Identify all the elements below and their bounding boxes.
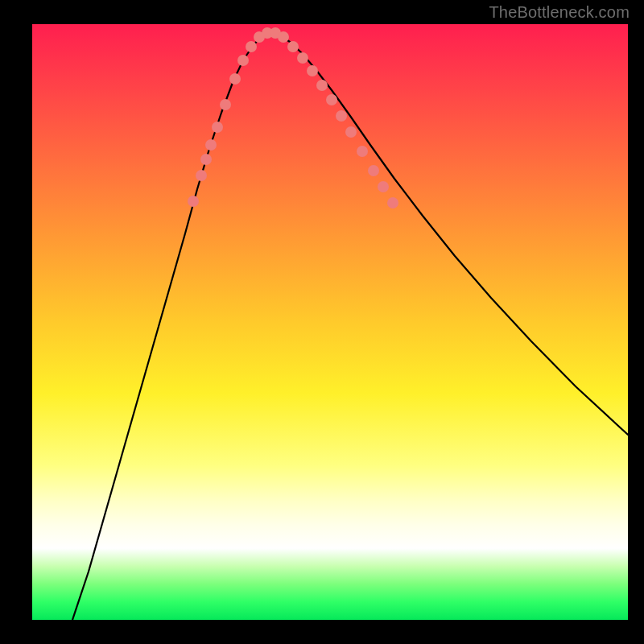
- marker-dot: [357, 146, 368, 157]
- marker-dot: [316, 80, 328, 91]
- series-right-curve: [270, 32, 628, 435]
- plot-area: [32, 24, 628, 620]
- marker-dot: [368, 165, 379, 176]
- series-group: [72, 32, 628, 620]
- marker-dot: [307, 65, 318, 76]
- marker-dot: [200, 154, 212, 165]
- series-left-curve: [72, 32, 270, 620]
- marker-dot: [336, 110, 347, 122]
- marker-dot: [378, 181, 389, 192]
- marker-dot: [326, 94, 337, 105]
- marker-dot: [212, 122, 223, 133]
- marker-dot: [287, 41, 299, 52]
- marker-dot: [229, 73, 241, 85]
- marker-dot: [345, 126, 357, 138]
- marker-dot: [278, 31, 289, 43]
- chart-svg: [32, 24, 628, 620]
- marker-dot: [246, 41, 257, 52]
- watermark-text: TheBottleneck.com: [489, 3, 630, 22]
- marker-dot: [387, 197, 398, 208]
- marker-dot: [237, 55, 249, 66]
- chart-container: TheBottleneck.com: [0, 0, 644, 644]
- marker-dot: [188, 196, 199, 207]
- marker-dot: [220, 99, 231, 110]
- marker-dot: [205, 139, 217, 151]
- marker-dot: [196, 170, 207, 181]
- marker-dot: [297, 52, 308, 64]
